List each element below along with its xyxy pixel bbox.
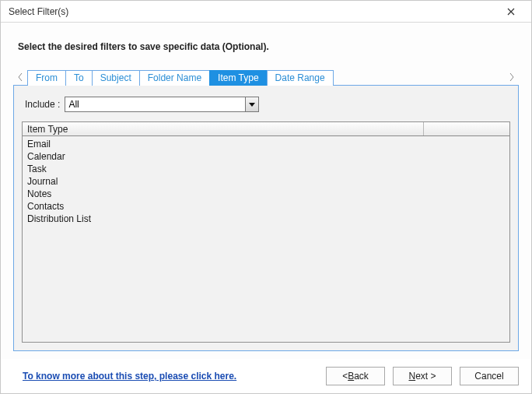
chevron-right-icon	[509, 73, 514, 81]
list-item[interactable]: Journal	[26, 175, 506, 188]
list-body: Email Calendar Task Journal Notes Contac…	[23, 136, 509, 342]
tab-to[interactable]: To	[65, 70, 93, 86]
titlebar: Select Filter(s)	[1, 1, 531, 23]
close-icon	[507, 8, 515, 16]
column-header-spacer	[424, 122, 509, 135]
include-dropdown-button[interactable]	[245, 97, 258, 111]
list-item[interactable]: Calendar	[26, 150, 506, 163]
tab-scroll-right[interactable]	[506, 69, 517, 85]
include-label: Include :	[25, 99, 60, 110]
list-item[interactable]: Email	[26, 138, 506, 150]
tab-date-range[interactable]: Date Range	[267, 70, 334, 86]
instruction-text: Select the desired filters to save speci…	[18, 41, 517, 52]
tab-scroll-left[interactable]	[15, 69, 26, 85]
tabs-container: From To Subject Folder Name Item Type Da…	[27, 69, 506, 85]
chevron-down-icon	[249, 103, 255, 107]
next-button[interactable]: Next >	[393, 367, 452, 385]
include-value: All	[68, 99, 79, 110]
window-title: Select Filter(s)	[9, 6, 495, 17]
item-type-list: Item Type Email Calendar Task Journal No…	[22, 121, 510, 343]
column-header-item-type[interactable]: Item Type	[23, 122, 424, 135]
list-item[interactable]: Contacts	[26, 200, 506, 213]
tab-folder-name[interactable]: Folder Name	[139, 70, 210, 86]
include-select[interactable]: All	[65, 97, 259, 112]
help-link[interactable]: To know more about this step, please cli…	[23, 371, 236, 382]
list-item[interactable]: Task	[26, 163, 506, 175]
tab-subject[interactable]: Subject	[92, 70, 140, 86]
close-button[interactable]	[495, 1, 527, 22]
filter-panel: Include : All Item Type Email Calendar T…	[13, 85, 519, 351]
list-item[interactable]: Distribution List	[26, 213, 506, 225]
list-item[interactable]: Notes	[26, 188, 506, 200]
tab-item-type[interactable]: Item Type	[209, 70, 267, 86]
back-button[interactable]: < Back	[326, 367, 385, 385]
tab-from[interactable]: From	[27, 70, 66, 86]
chevron-left-icon	[18, 73, 23, 81]
cancel-button[interactable]: Cancel	[460, 367, 519, 385]
list-header: Item Type	[23, 122, 509, 136]
